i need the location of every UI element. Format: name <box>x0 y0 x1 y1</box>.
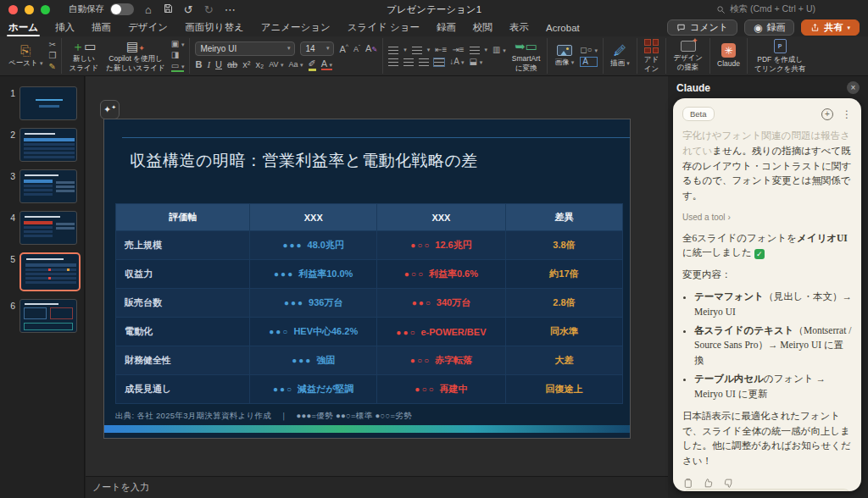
underline-icon[interactable]: U <box>215 60 222 69</box>
subscript-icon[interactable]: x₂ <box>255 60 264 69</box>
justify-icon[interactable] <box>434 58 444 66</box>
section-icon[interactable]: ▭ ▾ <box>171 62 185 72</box>
design-ideas-button[interactable]: デザイン の提案 <box>671 40 704 71</box>
tab-acrobat[interactable]: Acrobat <box>537 19 588 36</box>
thumbnail-slide-2[interactable]: 2 <box>0 128 84 162</box>
thumbnail-slide-1[interactable]: 1 <box>0 86 84 120</box>
undo-icon[interactable]: ↺ <box>184 4 193 15</box>
kebab-menu-icon[interactable]: ⋮ <box>842 108 852 120</box>
picture-button[interactable]: 画像 ▾ <box>553 44 576 67</box>
comments-button[interactable]: コメント <box>667 19 737 36</box>
italic-icon[interactable]: I <box>207 60 210 69</box>
slide-canvas[interactable]: 収益構造の明暗：営業利益率と電動化戦略の差 評価軸 XXX XXX 差異 売上規… <box>103 119 631 439</box>
table-row: 販売台数 ●●●936万台 ●●○340万台 2.8倍 <box>116 289 623 318</box>
decrease-indent-icon[interactable]: ⇤≡ <box>435 46 447 54</box>
tab-view[interactable]: 表示 <box>501 19 537 36</box>
group-insert: 画像 ▾ ◻○ ▾ A <box>548 38 604 74</box>
superscript-icon[interactable]: x² <box>242 60 250 69</box>
copilot-new-slide-button[interactable]: ▤✦ Copilot を使用し た新しいスライド <box>104 39 166 72</box>
columns-icon[interactable]: ▥ ▾ <box>492 46 506 54</box>
line-spacing-icon[interactable] <box>470 47 480 54</box>
copy-icon[interactable]: ❐ <box>49 52 57 60</box>
slide-title[interactable]: 収益構造の明暗：営業利益率と電動化戦略の差 <box>130 150 478 172</box>
tab-record[interactable]: 録画 <box>428 19 465 36</box>
window-controls[interactable] <box>8 5 50 14</box>
tab-draw[interactable]: 描画 <box>83 19 120 36</box>
character-spacing-icon[interactable]: AV ▾ <box>269 61 283 69</box>
font-color-icon[interactable]: A ▾ <box>321 59 332 70</box>
tab-insert[interactable]: 挿入 <box>47 19 83 36</box>
layout-icon[interactable]: ▣ ▾ <box>171 40 185 48</box>
clear-format-icon[interactable]: A✎ <box>365 44 377 53</box>
autosave-toggle[interactable] <box>110 3 134 15</box>
new-chat-icon[interactable]: + <box>821 108 833 120</box>
claude-addin-button[interactable]: ✳ Claude <box>715 42 742 69</box>
thumbnail-image[interactable] <box>19 86 77 120</box>
zoom-window-button[interactable] <box>41 5 50 14</box>
tab-design[interactable]: デザイン <box>120 19 176 36</box>
smartart-button[interactable]: ➥▭ SmartArt に変換 <box>510 39 542 72</box>
increase-indent-icon[interactable]: ⇥≡ <box>452 46 464 54</box>
redo-icon[interactable]: ↻ <box>204 4 214 15</box>
record-button[interactable]: ◉ 録画 <box>744 19 794 36</box>
close-pane-icon[interactable]: × <box>847 81 860 94</box>
copy-message-icon[interactable] <box>682 478 693 489</box>
close-window-button[interactable] <box>8 5 18 14</box>
cut-icon[interactable]: ✂ <box>49 41 57 49</box>
font-name-select[interactable]: Meiryo UI▾ <box>195 42 295 56</box>
thumbnail-image[interactable] <box>19 299 77 333</box>
copilot-sparkle-button[interactable]: ✦✦ <box>100 100 120 119</box>
paste-button[interactable]: ⎘ ペースト ▾ <box>7 43 45 68</box>
thumbnail-slide-5-selected[interactable]: 5 <box>0 252 84 291</box>
text-direction-icon[interactable]: ↓A ▾ <box>449 58 464 66</box>
highlight-color-icon[interactable]: ✐ <box>309 59 316 71</box>
align-center-icon[interactable] <box>403 58 414 66</box>
thumbs-up-icon[interactable] <box>703 478 714 489</box>
addins-button[interactable]: アド イン <box>643 38 660 73</box>
slide-thumbnail-pane: 1 2 3 4 <box>0 76 85 498</box>
font-size-select[interactable]: 14▾ <box>300 42 334 56</box>
tab-transitions[interactable]: 画面切り替え <box>176 19 253 36</box>
notes-placeholder[interactable]: ノートを入力 <box>92 481 149 494</box>
align-right-icon[interactable] <box>419 58 429 66</box>
save-icon[interactable] <box>163 3 173 15</box>
reset-slide-icon[interactable]: ◨ <box>171 51 185 59</box>
grow-font-icon[interactable]: A^ <box>339 43 348 54</box>
thumbs-down-icon[interactable] <box>723 478 734 489</box>
change-case-icon[interactable]: Aa ▾ <box>289 61 303 69</box>
share-icon <box>810 23 820 32</box>
comparison-table[interactable]: 評価軸 XXX XXX 差異 売上規模 ●●●48.0兆円 ●○○12.6兆円 … <box>115 203 623 404</box>
format-painter-icon[interactable]: ✎ <box>49 63 57 71</box>
home-icon[interactable]: ⌂ <box>145 4 152 15</box>
thumbnail-slide-4[interactable]: 4 <box>0 211 84 245</box>
strikethrough-icon[interactable]: ab <box>227 60 237 69</box>
more-commands-icon[interactable]: ⋯ <box>225 4 236 15</box>
thumbnail-slide-6[interactable]: 6 <box>0 299 84 333</box>
notes-pane[interactable]: ノートを入力 <box>86 476 668 498</box>
tab-animations[interactable]: アニメーション <box>253 19 339 36</box>
bold-icon[interactable]: B <box>195 60 202 69</box>
pdf-share-button[interactable]: P PDF を作成し てリンクを共有 <box>753 38 808 73</box>
tab-slideshow[interactable]: スライド ショー <box>339 19 428 36</box>
numbering-icon[interactable] <box>412 47 422 54</box>
text-box-icon[interactable]: A <box>580 57 598 67</box>
shrink-font-icon[interactable]: Aˇ <box>353 44 360 53</box>
thumbnail-image[interactable] <box>19 169 77 203</box>
minimize-window-button[interactable] <box>25 5 34 14</box>
thumbnail-slide-3[interactable]: 3 <box>0 169 84 203</box>
new-slide-button[interactable]: ＋▭ 新しい スライド <box>67 39 100 72</box>
align-left-icon[interactable] <box>388 58 398 66</box>
thumbnail-image[interactable] <box>19 128 77 162</box>
shapes-icon[interactable]: ◻○ ▾ <box>580 46 598 54</box>
align-text-icon[interactable]: ⬓ ▾ <box>470 58 483 66</box>
search-box[interactable]: 検索 (Cmd + Ctrl + U) <box>716 3 815 15</box>
tab-review[interactable]: 校閲 <box>465 19 501 36</box>
thumbnail-image[interactable] <box>19 211 77 245</box>
draw-button[interactable]: 🖉 描画 ▾ <box>609 43 632 68</box>
bullets-icon[interactable] <box>388 47 398 54</box>
tab-home[interactable]: ホーム <box>0 19 47 36</box>
assistant-message: 字化けやフォント関連の問題は報告されていません。残りの指摘はすべて既存のレイアウ… <box>682 129 852 476</box>
thumbnail-image[interactable] <box>19 252 81 291</box>
used-a-tool-toggle[interactable]: Used a tool › <box>682 211 852 224</box>
share-button[interactable]: 共有 ▾ <box>801 19 860 36</box>
